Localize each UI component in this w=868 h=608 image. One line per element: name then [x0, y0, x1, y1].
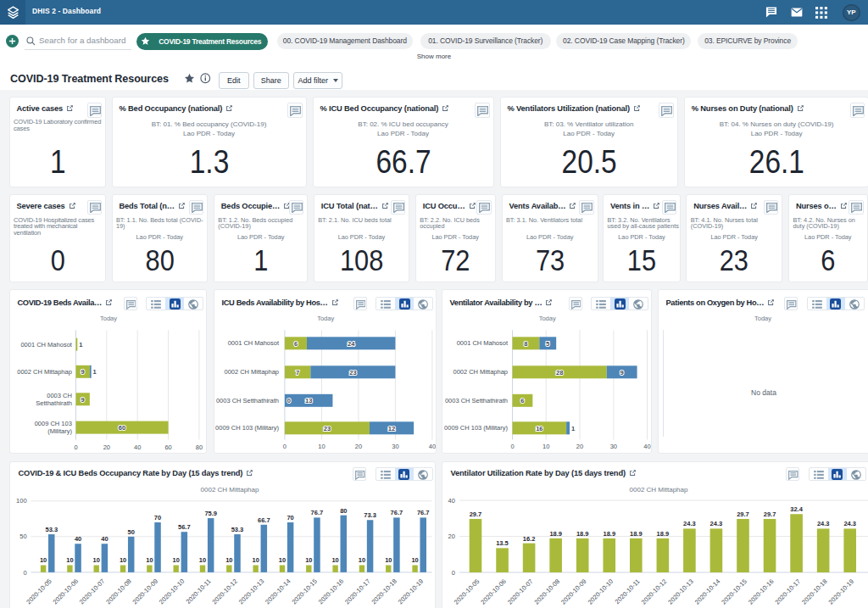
svg-text:30: 30 [609, 443, 616, 451]
svg-text:23: 23 [349, 369, 356, 377]
svg-text:10: 10 [331, 556, 338, 564]
svg-text:0002 CH Mittaphap: 0002 CH Mittaphap [17, 368, 72, 376]
svg-text:10: 10 [146, 556, 153, 564]
svg-text:75.9: 75.9 [204, 510, 217, 517]
svg-text:6: 6 [520, 397, 524, 404]
svg-text:(Military): (Military) [47, 427, 72, 435]
svg-text:0002 CH Mittaphap: 0002 CH Mittaphap [224, 369, 279, 377]
svg-text:0003 CH Setthathirath: 0003 CH Setthathirath [444, 397, 507, 404]
svg-text:2020-10-12: 2020-10-12 [639, 577, 667, 605]
svg-text:0: 0 [287, 397, 290, 404]
svg-text:10: 10 [411, 556, 418, 564]
svg-text:10: 10 [278, 556, 285, 564]
svg-text:2020-10-18: 2020-10-18 [800, 577, 828, 605]
svg-text:2020-10-13: 2020-10-13 [666, 577, 694, 605]
svg-text:0: 0 [451, 568, 454, 576]
svg-text:18.9: 18.9 [576, 530, 588, 538]
svg-text:10: 10 [225, 556, 232, 564]
svg-text:60: 60 [164, 443, 171, 451]
svg-text:0009 CH 103 (Military): 0009 CH 103 (Military) [444, 425, 508, 432]
svg-text:56.7: 56.7 [178, 523, 191, 531]
svg-text:2020-10-08: 2020-10-08 [532, 577, 560, 605]
svg-text:32.4: 32.4 [790, 505, 803, 513]
svg-text:2020-10-19: 2020-10-19 [396, 577, 424, 605]
svg-text:10: 10 [66, 556, 73, 564]
svg-text:0009 CH 103: 0009 CH 103 [34, 421, 71, 428]
svg-text:2020-10-18: 2020-10-18 [370, 577, 398, 605]
svg-text:0001 CH Mahosot: 0001 CH Mahosot [20, 341, 72, 349]
svg-text:13: 13 [305, 397, 312, 404]
svg-text:2020-10-10: 2020-10-10 [586, 577, 614, 605]
svg-text:2020-10-19: 2020-10-19 [826, 577, 854, 605]
svg-text:76.7: 76.7 [390, 509, 403, 516]
svg-text:0001 CH Mahosot: 0001 CH Mahosot [456, 340, 508, 348]
svg-text:5: 5 [546, 340, 549, 348]
svg-text:1: 1 [92, 368, 96, 376]
svg-text:1: 1 [79, 341, 82, 349]
svg-text:0: 0 [74, 443, 77, 451]
svg-text:2020-10-11: 2020-10-11 [184, 577, 212, 605]
svg-text:29.7: 29.7 [469, 510, 481, 518]
svg-text:20: 20 [354, 443, 361, 451]
svg-text:100: 100 [16, 497, 26, 505]
svg-text:29.7: 29.7 [737, 510, 749, 518]
svg-text:10: 10 [358, 556, 364, 564]
svg-text:2020-10-16: 2020-10-16 [316, 577, 344, 605]
svg-text:20: 20 [576, 443, 582, 451]
svg-text:0: 0 [510, 443, 514, 451]
svg-text:40: 40 [134, 443, 141, 451]
svg-text:0001 CH Mahosot: 0001 CH Mahosot [227, 340, 279, 348]
svg-text:0003 CH: 0003 CH [47, 392, 72, 399]
svg-text:2020-10-08: 2020-10-08 [104, 577, 132, 605]
svg-text:76.7: 76.7 [416, 509, 429, 516]
svg-text:24.3: 24.3 [843, 520, 856, 527]
svg-text:40: 40 [643, 443, 650, 451]
svg-text:2020-10-09: 2020-10-09 [131, 577, 159, 605]
svg-text:10: 10 [252, 556, 259, 564]
svg-text:10: 10 [542, 443, 549, 451]
svg-text:28: 28 [556, 369, 563, 377]
svg-text:10: 10 [119, 556, 125, 564]
svg-text:76.7: 76.7 [310, 509, 323, 516]
svg-text:2020-10-07: 2020-10-07 [77, 577, 105, 605]
svg-text:16: 16 [536, 425, 542, 432]
svg-text:2020-10-05: 2020-10-05 [452, 577, 480, 605]
svg-text:24.3: 24.3 [709, 520, 722, 527]
svg-text:30: 30 [392, 443, 398, 451]
svg-text:9: 9 [81, 396, 84, 404]
svg-text:10: 10 [385, 556, 392, 564]
svg-text:53.3: 53.3 [45, 526, 58, 533]
svg-text:2020-10-06: 2020-10-06 [479, 577, 507, 605]
svg-text:0009 CH 103 (Military): 0009 CH 103 (Military) [215, 425, 279, 432]
svg-text:1: 1 [571, 425, 575, 432]
svg-text:2020-10-17: 2020-10-17 [773, 577, 801, 605]
svg-text:6: 6 [293, 340, 297, 348]
svg-text:10: 10 [39, 556, 46, 564]
svg-text:23: 23 [323, 425, 330, 432]
svg-text:13.5: 13.5 [496, 539, 509, 547]
svg-text:40: 40 [101, 535, 108, 543]
svg-text:40: 40 [74, 535, 81, 543]
svg-text:18.9: 18.9 [656, 530, 669, 538]
svg-text:24: 24 [348, 340, 355, 348]
svg-text:40: 40 [428, 443, 435, 451]
svg-text:2020-10-13: 2020-10-13 [236, 577, 264, 605]
svg-text:10: 10 [318, 443, 325, 451]
svg-text:0: 0 [23, 568, 26, 576]
svg-text:7: 7 [296, 369, 299, 377]
svg-text:18.9: 18.9 [603, 530, 615, 538]
svg-text:10: 10 [305, 556, 312, 564]
svg-text:24.3: 24.3 [683, 520, 696, 527]
svg-text:0002 CH Mittaphap: 0002 CH Mittaphap [453, 369, 508, 377]
svg-text:2020-10-15: 2020-10-15 [720, 577, 748, 605]
svg-text:9: 9 [620, 369, 623, 377]
svg-text:50: 50 [127, 528, 134, 536]
svg-text:2020-10-14: 2020-10-14 [264, 577, 292, 605]
svg-text:2020-10-06: 2020-10-06 [51, 577, 79, 605]
svg-text:10: 10 [172, 556, 179, 564]
svg-text:40: 40 [448, 497, 454, 505]
svg-text:66.7: 66.7 [258, 516, 270, 524]
svg-text:2020-10-12: 2020-10-12 [210, 577, 238, 605]
svg-text:53.3: 53.3 [231, 526, 243, 533]
svg-text:18.9: 18.9 [549, 530, 562, 538]
